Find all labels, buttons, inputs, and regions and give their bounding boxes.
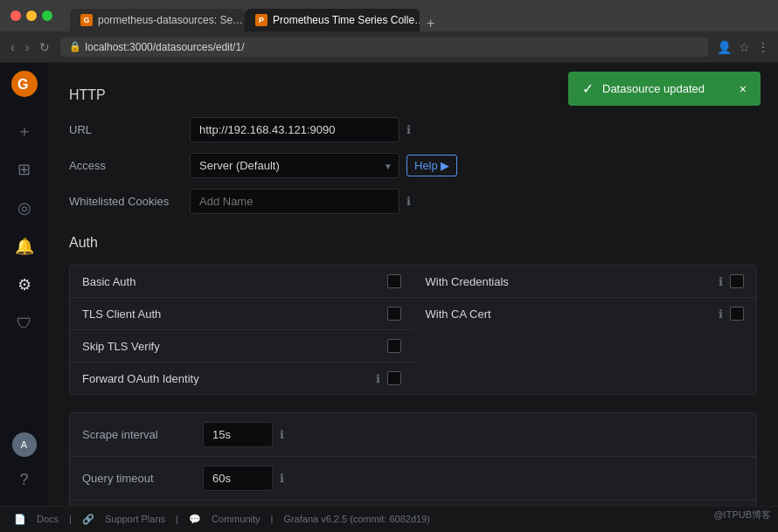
main-content: ✓ Datasource updated × HTTP URL ℹ Access… xyxy=(48,63,778,506)
access-select-wrapper: Server (Default) ▼ xyxy=(190,153,399,178)
sidebar-item-add[interactable]: ＋ xyxy=(7,114,42,149)
footer-separator-2: | xyxy=(176,514,178,525)
auth-left: Basic Auth TLS Client Auth Skip TLS Veri… xyxy=(70,266,413,394)
minimize-button[interactable] xyxy=(26,10,37,21)
basic-auth-checkbox[interactable] xyxy=(387,274,401,288)
toast-message: Datasource updated xyxy=(602,82,731,95)
maximize-button[interactable] xyxy=(42,10,52,21)
sidebar-item-dashboards[interactable]: ⊞ xyxy=(7,152,42,187)
forward-nav-button[interactable]: › xyxy=(22,38,33,56)
avatar[interactable]: A xyxy=(12,432,37,457)
access-label: Access xyxy=(69,159,183,172)
gear-icon: ⚙ xyxy=(17,275,31,294)
footer-icon: 📄 xyxy=(14,514,26,525)
support-link[interactable]: Support Plans xyxy=(105,514,165,525)
help-link[interactable]: Help ▶ xyxy=(406,155,457,176)
lock-icon: 🔒 xyxy=(69,41,81,52)
toast-close-button[interactable]: × xyxy=(740,82,747,96)
auth-grid: Basic Auth TLS Client Auth Skip TLS Veri… xyxy=(69,265,757,395)
skip-tls-label: Skip TLS Verify xyxy=(82,340,380,353)
auth-section-header: Auth xyxy=(69,235,757,251)
whitelisted-cookies-input[interactable] xyxy=(190,189,399,214)
svg-text:G: G xyxy=(17,77,28,92)
close-button[interactable] xyxy=(10,10,21,21)
support-icon: 🔗 xyxy=(82,514,94,525)
whitelisted-cookies-label: Whitelisted Cookies xyxy=(69,195,183,208)
with-credentials-info-icon[interactable]: ℹ xyxy=(719,275,723,288)
auth-section: Auth Basic Auth TLS Client Auth Skip TLS… xyxy=(69,235,757,395)
settings-grid: Scrape interval ℹ Query timeout ℹ HTTP M… xyxy=(69,412,757,506)
tab-2[interactable]: P Prometheus Time Series Colle… ✕ xyxy=(245,9,420,31)
ca-cert-label: With CA Cert xyxy=(426,307,712,321)
grafana-logo[interactable]: G xyxy=(10,70,38,98)
plus-icon: ＋ xyxy=(17,121,32,142)
query-timeout-label: Query timeout xyxy=(82,472,196,485)
bell-icon: 🔔 xyxy=(15,237,34,256)
with-credentials-label: With Credentials xyxy=(426,275,712,288)
footer-links: 📄 Docs | 🔗 Support Plans | 💬 Community |… xyxy=(14,514,430,525)
address-text: localhost:3000/datasources/edit/1/ xyxy=(85,41,244,53)
sidebar-item-configuration[interactable]: ⚙ xyxy=(7,267,42,302)
skip-tls-checkbox[interactable] xyxy=(387,339,401,353)
browser-tabs: G pormetheus-datasources: Se… ✕ P Promet… xyxy=(59,0,452,31)
scrape-info-icon[interactable]: ℹ xyxy=(280,428,284,441)
auth-row-oauth: Forward OAuth Identity ℹ xyxy=(70,363,413,394)
http-method-row: HTTP Method GET POST ▼ ℹ xyxy=(70,501,756,506)
docs-link[interactable]: Docs xyxy=(37,514,59,525)
footer-separator-1: | xyxy=(69,514,72,525)
toast-check-icon: ✓ xyxy=(582,80,594,97)
url-label: URL xyxy=(69,123,183,136)
auth-row-skip-tls: Skip TLS Verify xyxy=(70,330,413,363)
community-icon: 💬 xyxy=(189,514,201,525)
settings-section: Scrape interval ℹ Query timeout ℹ HTTP M… xyxy=(69,412,757,506)
sidebar-item-shield[interactable]: 🛡 xyxy=(7,306,42,341)
scrape-interval-row: Scrape interval ℹ xyxy=(70,413,756,457)
url-input[interactable] xyxy=(190,117,399,142)
url-info-icon[interactable]: ℹ xyxy=(406,123,411,136)
tab-label-1: pormetheus-datasources: Se… xyxy=(98,14,243,26)
sidebar-item-alerting[interactable]: 🔔 xyxy=(7,229,42,264)
query-timeout-input[interactable] xyxy=(203,466,273,491)
nav-buttons: ‹ › ↻ xyxy=(0,38,60,56)
sidebar: G ＋ ⊞ ◎ 🔔 ⚙ 🛡 A ? xyxy=(0,63,48,506)
ca-cert-checkbox[interactable] xyxy=(730,307,744,321)
browser-chrome: G pormetheus-datasources: Se… ✕ P Promet… xyxy=(0,0,778,63)
scrape-interval-label: Scrape interval xyxy=(82,428,196,441)
oauth-info-icon[interactable]: ℹ xyxy=(376,372,380,385)
whitelisted-info-icon[interactable]: ℹ xyxy=(406,195,411,208)
whitelisted-cookies-row: Whitelisted Cookies ℹ xyxy=(69,189,757,214)
tab-favicon-1: G xyxy=(80,14,93,26)
traffic-lights xyxy=(10,10,52,21)
dashboard-icon: ⊞ xyxy=(17,160,31,179)
new-tab-button[interactable]: + xyxy=(420,16,441,31)
scrape-interval-input[interactable] xyxy=(203,422,273,447)
auth-row-with-credentials: With Credentials ℹ xyxy=(413,266,757,298)
profile-icon[interactable]: 👤 xyxy=(717,40,732,54)
tab-1[interactable]: G pormetheus-datasources: Se… ✕ xyxy=(70,9,245,31)
tab-favicon-2: P xyxy=(255,14,267,26)
query-timeout-info-icon[interactable]: ℹ xyxy=(280,472,284,485)
reload-button[interactable]: ↻ xyxy=(36,38,53,56)
menu-icon[interactable]: ⋮ xyxy=(757,40,769,54)
tab-label-2: Prometheus Time Series Colle… xyxy=(273,14,420,26)
compass-icon: ◎ xyxy=(17,198,31,218)
oauth-checkbox[interactable] xyxy=(387,371,401,385)
address-field[interactable]: 🔒 localhost:3000/datasources/edit/1/ xyxy=(60,38,708,57)
browser-actions: 👤 ☆ ⋮ xyxy=(708,40,778,54)
community-link[interactable]: Community xyxy=(212,514,260,525)
ca-cert-info-icon[interactable]: ℹ xyxy=(719,307,723,321)
oauth-label: Forward OAuth Identity xyxy=(82,372,369,385)
sidebar-item-help[interactable]: ? xyxy=(7,462,42,497)
with-credentials-checkbox[interactable] xyxy=(730,274,744,288)
access-select[interactable]: Server (Default) xyxy=(190,153,399,178)
sidebar-item-explore[interactable]: ◎ xyxy=(7,190,42,225)
tls-auth-checkbox[interactable] xyxy=(387,307,401,321)
basic-auth-label: Basic Auth xyxy=(82,275,380,288)
back-nav-button[interactable]: ‹ xyxy=(7,38,18,56)
bookmark-icon[interactable]: ☆ xyxy=(739,40,750,54)
footer: 📄 Docs | 🔗 Support Plans | 💬 Community |… xyxy=(0,506,778,532)
browser-titlebar: G pormetheus-datasources: Se… ✕ P Promet… xyxy=(0,0,778,31)
auth-row-ca-cert: With CA Cert ℹ xyxy=(413,298,757,329)
auth-right: With Credentials ℹ With CA Cert ℹ xyxy=(413,266,757,394)
shield-icon: 🛡 xyxy=(17,314,32,333)
